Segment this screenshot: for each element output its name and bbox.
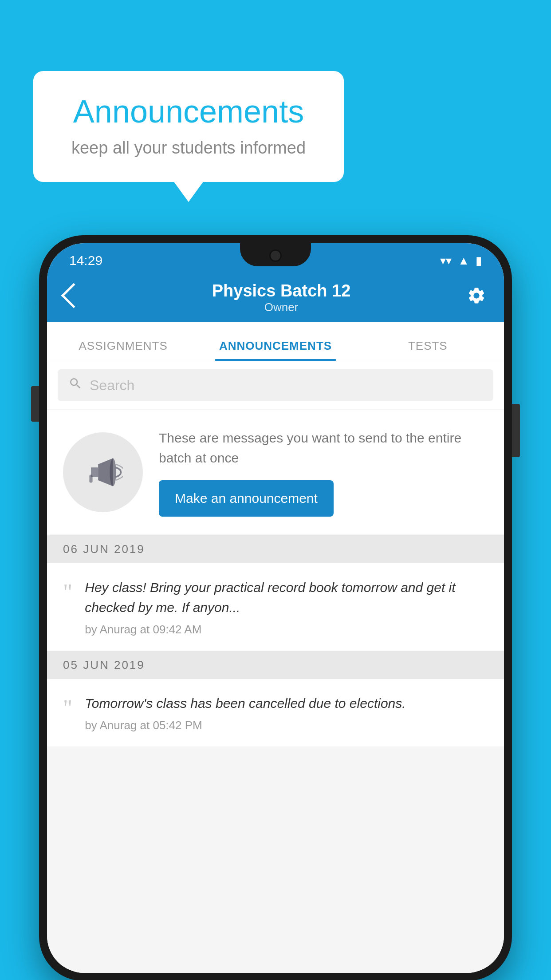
speech-bubble: Announcements keep all your students inf… bbox=[33, 71, 344, 182]
announcement-meta-2: by Anurag at 05:42 PM bbox=[85, 719, 488, 732]
announcement-item-1[interactable]: " Hey class! Bring your practical record… bbox=[47, 563, 504, 651]
tab-assignments[interactable]: ASSIGNMENTS bbox=[47, 339, 199, 361]
megaphone-icon bbox=[83, 452, 123, 492]
promo-card: These are messages you want to send to t… bbox=[47, 410, 504, 534]
status-time: 14:29 bbox=[69, 253, 102, 268]
svg-point-2 bbox=[110, 458, 116, 486]
settings-button[interactable] bbox=[467, 286, 486, 310]
promo-icon-circle bbox=[63, 432, 143, 512]
date-separator-2: 05 JUN 2019 bbox=[47, 651, 504, 679]
tab-announcements[interactable]: ANNOUNCEMENTS bbox=[199, 339, 351, 361]
phone-notch bbox=[240, 243, 311, 266]
search-container: Search bbox=[47, 361, 504, 409]
promo-text-area: These are messages you want to send to t… bbox=[159, 428, 488, 517]
back-button[interactable] bbox=[65, 287, 83, 309]
search-icon bbox=[68, 376, 83, 394]
announcement-content-2: Tomorrow's class has been cancelled due … bbox=[85, 693, 488, 732]
make-announcement-button[interactable]: Make an announcement bbox=[159, 480, 334, 517]
content-area: Search bbox=[47, 361, 504, 973]
announcement-text-2: Tomorrow's class has been cancelled due … bbox=[85, 693, 488, 713]
bubble-subtitle: keep all your students informed bbox=[60, 138, 317, 158]
tab-tests[interactable]: TESTS bbox=[352, 339, 504, 361]
quote-icon-1: " bbox=[63, 581, 72, 604]
date-separator-1: 06 JUN 2019 bbox=[47, 535, 504, 563]
front-camera bbox=[269, 249, 282, 262]
app-bar-title: Physics Batch 12 bbox=[96, 281, 467, 300]
gear-icon bbox=[467, 286, 486, 305]
battery-icon: ▮ bbox=[476, 254, 482, 268]
search-bar[interactable]: Search bbox=[58, 369, 493, 401]
announcement-text-1: Hey class! Bring your practical record b… bbox=[85, 577, 488, 617]
search-placeholder: Search bbox=[90, 377, 134, 394]
announcement-content-1: Hey class! Bring your practical record b… bbox=[85, 577, 488, 636]
svg-rect-3 bbox=[89, 474, 92, 482]
app-bar: Physics Batch 12 Owner bbox=[47, 273, 504, 322]
wifi-icon: ▾▾ bbox=[440, 254, 452, 268]
promo-description: These are messages you want to send to t… bbox=[159, 428, 488, 468]
announcement-item-2[interactable]: " Tomorrow's class has been cancelled du… bbox=[47, 679, 504, 747]
tabs-bar: ASSIGNMENTS ANNOUNCEMENTS TESTS bbox=[47, 322, 504, 361]
status-icons: ▾▾ ▲ ▮ bbox=[440, 254, 482, 268]
phone-device: 14:29 ▾▾ ▲ ▮ Physics Batch 12 Owner bbox=[39, 235, 512, 980]
app-bar-subtitle: Owner bbox=[96, 300, 467, 314]
bubble-title: Announcements bbox=[60, 93, 317, 130]
signal-icon: ▲ bbox=[458, 254, 469, 268]
app-bar-title-area: Physics Batch 12 Owner bbox=[96, 281, 467, 314]
announcement-meta-1: by Anurag at 09:42 AM bbox=[85, 623, 488, 636]
quote-icon-2: " bbox=[63, 697, 72, 720]
phone-outer: 14:29 ▾▾ ▲ ▮ Physics Batch 12 Owner bbox=[39, 235, 512, 980]
phone-screen: 14:29 ▾▾ ▲ ▮ Physics Batch 12 Owner bbox=[47, 243, 504, 973]
